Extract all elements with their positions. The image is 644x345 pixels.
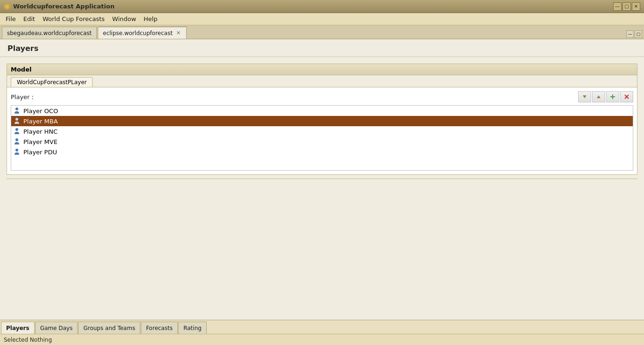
model-header: Model [7, 64, 637, 75]
scroll-area: Model WorldCupForecastPLayer Player : [0, 57, 644, 320]
person-icon [14, 117, 20, 125]
player-add-button[interactable] [606, 91, 619, 102]
bottom-tab-forecasts[interactable]: Forecasts [141, 322, 178, 334]
model-section: Model WorldCupForecastPLayer Player : [7, 64, 637, 175]
player-move-down-button[interactable] [578, 91, 591, 102]
tab-eclipse[interactable]: eclipse.worldcupforecast ✕ [98, 27, 187, 39]
plus-icon [609, 93, 616, 100]
app-icon [4, 3, 10, 10]
list-item-name: Player MVE [23, 138, 58, 145]
player-buttons [578, 91, 633, 102]
app-title: Worldcupforecast Application [13, 3, 115, 10]
tab-label-sbegaudeau: sbegaudeau.worldcupforecast [7, 30, 92, 36]
player-move-up-button[interactable] [592, 91, 605, 102]
player-label: Player : [11, 93, 43, 101]
player-remove-button[interactable] [620, 91, 633, 102]
remove-icon [623, 93, 630, 100]
player-list[interactable]: Player OCO Player MBA [11, 105, 633, 171]
svg-point-10 [15, 149, 18, 151]
model-tab-bar: WorldCupForecastPLayer [7, 75, 637, 87]
model-tab-worldcupforecastplayer[interactable]: WorldCupForecastPLayer [11, 77, 93, 87]
bottom-tab-rating[interactable]: Rating [178, 322, 207, 334]
tab-maximize-btn[interactable]: □ [635, 30, 642, 38]
page-title: Players [0, 39, 644, 57]
menu-edit[interactable]: Edit [20, 14, 39, 23]
svg-point-9 [15, 138, 18, 141]
maximize-button[interactable]: □ [622, 2, 631, 11]
minimize-button[interactable]: — [613, 2, 622, 11]
person-icon [14, 128, 20, 135]
status-bar: Selected Nothing [0, 334, 644, 345]
list-item[interactable]: Player PDU [11, 147, 633, 157]
list-item[interactable]: Player OCO [11, 106, 633, 116]
list-item-name: Player PDU [23, 149, 57, 156]
person-icon [14, 107, 20, 115]
svg-point-8 [15, 128, 18, 131]
bottom-tab-players[interactable]: Players [1, 322, 35, 334]
tab-controls: — □ [626, 30, 642, 39]
svg-marker-1 [597, 95, 601, 98]
menu-file[interactable]: File [2, 14, 20, 23]
bottom-tab-game-days[interactable]: Game Days [35, 322, 78, 334]
title-bar-controls: — □ ✕ [613, 2, 640, 11]
tab-sbegaudeau[interactable]: sbegaudeau.worldcupforecast [2, 27, 97, 39]
list-item-name: Player OCO [23, 108, 58, 115]
player-person-icon [14, 107, 20, 115]
person-icon [14, 148, 20, 156]
menu-world-cup-forecasts[interactable]: World Cup Forecasts [39, 14, 109, 23]
list-item-name: Player HNC [23, 128, 58, 135]
player-person-icon [14, 138, 20, 145]
menu-bar: File Edit World Cup Forecasts Window Hel… [0, 13, 644, 25]
tab-minimize-btn[interactable]: — [626, 30, 634, 38]
svg-marker-0 [583, 95, 586, 98]
list-item[interactable]: Player MBA [11, 116, 633, 126]
model-content: Player : [7, 87, 637, 174]
svg-point-7 [15, 118, 18, 121]
close-button[interactable]: ✕ [632, 2, 640, 11]
svg-point-6 [15, 108, 18, 110]
list-item[interactable]: Player MVE [11, 137, 633, 147]
menu-help[interactable]: Help [140, 14, 161, 23]
player-person-icon [14, 117, 20, 125]
title-bar: Worldcupforecast Application — □ ✕ [0, 0, 644, 13]
bottom-tab-groups-and-teams[interactable]: Groups and Teams [78, 322, 140, 334]
player-person-icon [14, 148, 20, 156]
arrow-down-icon [581, 93, 588, 100]
player-person-icon [14, 128, 20, 135]
tab-label-eclipse: eclipse.worldcupforecast [103, 30, 173, 36]
main-content: Players Model WorldCupForecastPLayer Pla… [0, 39, 644, 320]
list-item[interactable]: Player HNC [11, 126, 633, 137]
player-row-header: Player : [11, 91, 633, 102]
editor-tab-bar: sbegaudeau.worldcupforecast eclipse.worl… [0, 25, 644, 39]
title-bar-left: Worldcupforecast Application [4, 3, 115, 10]
tab-close-eclipse[interactable]: ✕ [175, 29, 181, 36]
arrow-up-icon [595, 93, 602, 100]
person-icon [14, 138, 20, 145]
menu-window[interactable]: Window [109, 14, 140, 23]
bottom-tab-bar: Players Game Days Groups and Teams Forec… [0, 320, 644, 334]
list-item-name: Player MBA [23, 118, 58, 125]
status-text: Selected Nothing [4, 337, 52, 343]
horizontal-separator [7, 179, 637, 179]
